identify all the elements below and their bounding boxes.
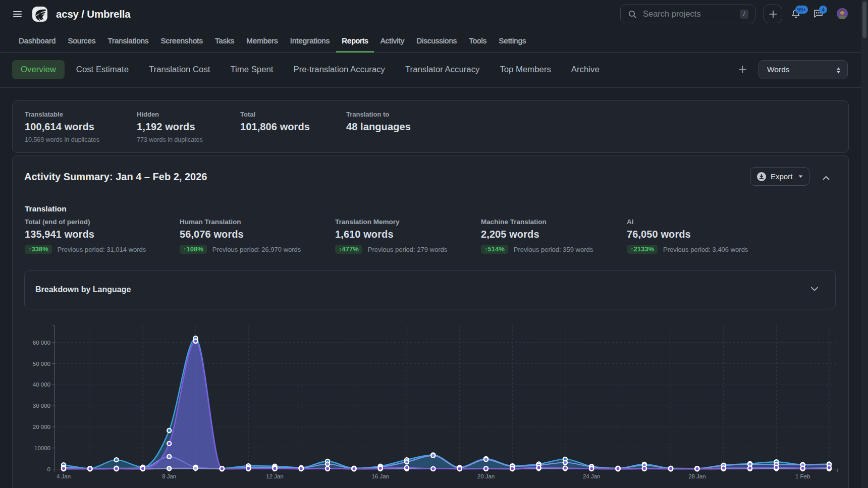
svg-text:20 Jan: 20 Jan [477, 473, 495, 479]
svg-text:12 Jan: 12 Jan [266, 473, 284, 479]
svg-text:1 Feb: 1 Feb [795, 473, 810, 479]
svg-text:60 000: 60 000 [33, 340, 50, 346]
svg-text:30 000: 30 000 [33, 403, 50, 409]
svg-text:4 Jan: 4 Jan [57, 473, 71, 479]
svg-text:24 Jan: 24 Jan [583, 473, 601, 479]
svg-text:50 000: 50 000 [33, 361, 50, 367]
svg-text:16 Jan: 16 Jan [371, 473, 389, 479]
svg-text:20 000: 20 000 [33, 424, 50, 430]
svg-text:10000: 10000 [34, 445, 50, 451]
svg-text:28 Jan: 28 Jan [688, 473, 706, 479]
svg-text:40 000: 40 000 [33, 382, 50, 388]
svg-text:8 Jan: 8 Jan [162, 473, 176, 479]
svg-text:0: 0 [47, 466, 50, 472]
